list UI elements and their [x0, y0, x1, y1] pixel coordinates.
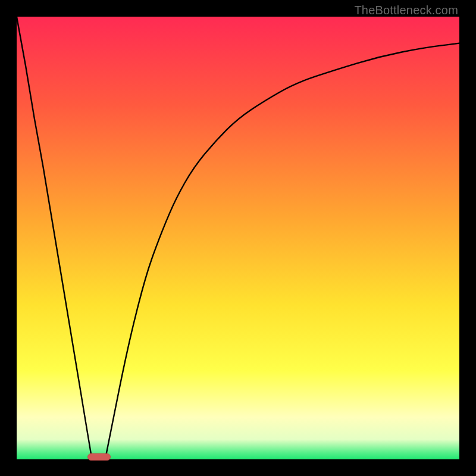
left-branch-curve	[17, 17, 92, 459]
watermark-text: TheBottleneck.com	[354, 4, 458, 17]
chart-frame: TheBottleneck.com	[0, 0, 476, 476]
min-region-marker	[87, 453, 111, 461]
curve-layer	[17, 17, 459, 459]
right-branch-curve	[105, 43, 459, 459]
